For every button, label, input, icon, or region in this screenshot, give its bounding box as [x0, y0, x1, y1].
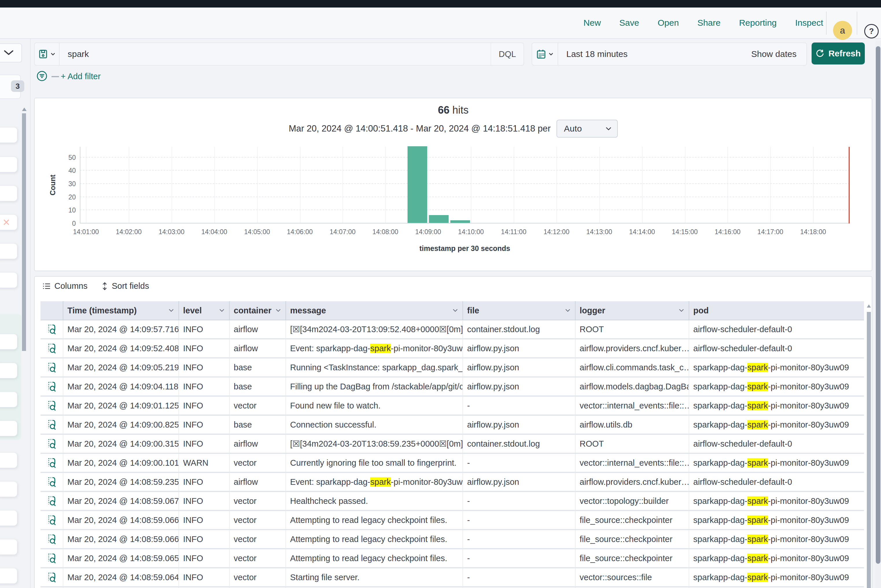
column-header-pod[interactable]: pod [689, 301, 864, 320]
table-row[interactable]: Mar 20, 2024 @ 14:09:00.825INFObaseConne… [41, 416, 864, 435]
chevron-down-icon[interactable] [453, 309, 458, 312]
cell-message: [☒[34m2024-03-20T13:08:59.235+0000☒[0m] … [286, 435, 463, 453]
table-scrollbar[interactable] [867, 312, 871, 588]
field-card[interactable] [0, 510, 17, 526]
expand-document-button[interactable] [46, 438, 57, 450]
column-header-message[interactable]: message [286, 301, 463, 320]
quick-select-menu[interactable] [532, 43, 558, 65]
top-nav: NewSaveOpenShareReportingInspect [583, 8, 823, 38]
search-input[interactable]: spark [68, 49, 490, 59]
sidebar-scrollbar[interactable] [22, 113, 26, 351]
field-card[interactable] [0, 127, 17, 143]
histogram-bar[interactable] [450, 220, 470, 223]
avatar[interactable]: a [833, 21, 852, 40]
columns-icon [43, 283, 50, 290]
field-card[interactable] [0, 186, 17, 201]
table-row[interactable]: Mar 20, 2024 @ 14:08:59.066INFOvectorAtt… [41, 511, 864, 530]
nav-link-new[interactable]: New [583, 18, 601, 28]
expand-document-button[interactable] [46, 381, 57, 392]
page-scrollbar[interactable] [876, 46, 880, 564]
column-header-level[interactable]: level [179, 301, 229, 320]
column-header-logger[interactable]: logger [575, 301, 689, 320]
sidebar-collapse-button[interactable] [0, 44, 22, 63]
table-row[interactable]: Mar 20, 2024 @ 14:09:01.125INFOvectorFou… [41, 397, 864, 416]
nav-link-share[interactable]: Share [698, 18, 720, 28]
column-header-file[interactable]: file [463, 301, 575, 320]
expand-document-button[interactable] [46, 343, 57, 354]
column-header-container[interactable]: container [229, 301, 286, 320]
table-row[interactable]: Mar 20, 2024 @ 14:09:57.716INFOairflow[☒… [41, 320, 864, 339]
histogram-bar[interactable] [429, 215, 449, 223]
x-tick-label: 14:12:00 [543, 228, 570, 236]
table-row[interactable]: Mar 20, 2024 @ 14:08:59.064INFOvectorSta… [41, 568, 864, 587]
chevron-down-icon[interactable] [565, 309, 570, 312]
table-row[interactable]: Mar 20, 2024 @ 14:09:00.315INFOairflow[☒… [41, 435, 864, 454]
field-card[interactable] [0, 482, 17, 497]
histogram-plot[interactable]: 14:01:0014:02:0014:03:0014:04:0014:05:00… [80, 147, 850, 224]
expand-document-button[interactable] [46, 495, 57, 507]
expand-document-button[interactable] [46, 362, 57, 373]
x-tick-label: 14:13:00 [586, 228, 612, 236]
field-card[interactable]: × [0, 214, 17, 230]
field-card[interactable] [0, 539, 17, 555]
expand-document-button[interactable] [46, 324, 57, 335]
help-icon[interactable]: ? [864, 24, 879, 39]
field-card[interactable] [0, 334, 17, 350]
show-dates-button[interactable]: Show dates [751, 49, 806, 59]
add-filter-button[interactable]: + Add filter [61, 72, 101, 81]
time-range-value[interactable]: Last 18 minutes [566, 49, 751, 59]
nav-link-open[interactable]: Open [658, 18, 679, 28]
expand-document-button[interactable] [46, 533, 57, 545]
remove-field-icon[interactable]: × [3, 216, 10, 228]
table-row[interactable]: Mar 20, 2024 @ 14:09:52.408INFOairflowEv… [41, 339, 864, 358]
table-row[interactable]: Mar 20, 2024 @ 14:09:05.219INFObaseRunni… [41, 358, 864, 378]
nav-link-inspect[interactable]: Inspect [795, 18, 823, 28]
cell-pod: sparkapp-dag-spark-pi-monitor-80y3uw09 [689, 511, 864, 529]
field-card[interactable] [0, 452, 17, 468]
table-row[interactable]: Mar 20, 2024 @ 14:08:59.067INFOvectorHea… [41, 492, 864, 511]
refresh-button[interactable]: Refresh [812, 42, 865, 64]
expand-document-button[interactable] [46, 572, 57, 583]
cell-container: vector [229, 454, 286, 472]
field-card[interactable] [0, 363, 17, 378]
expand-document-button[interactable] [46, 419, 57, 430]
sort-fields-button[interactable]: Sort fields [102, 281, 149, 291]
chevron-down-icon[interactable] [276, 309, 281, 312]
column-header-label: level [183, 306, 202, 315]
nav-link-reporting[interactable]: Reporting [739, 18, 777, 28]
table-row[interactable]: Mar 20, 2024 @ 14:08:59.065INFOvectorAtt… [41, 549, 864, 568]
columns-button[interactable]: Columns [43, 281, 87, 291]
cell-file: airflow.py.json [463, 416, 575, 434]
table-row[interactable]: Mar 20, 2024 @ 14:09:00.101WARNvectorCur… [41, 454, 864, 473]
expand-document-button[interactable] [46, 457, 57, 469]
chevron-down-icon[interactable] [219, 309, 224, 312]
field-card[interactable] [0, 568, 17, 584]
field-card[interactable] [0, 157, 17, 172]
field-card[interactable] [0, 272, 17, 288]
field-card[interactable] [0, 421, 17, 436]
cell-message: [☒[34m2024-03-20T13:09:52.408+0000☒[0m] … [286, 320, 463, 338]
expand-document-button[interactable] [46, 476, 57, 488]
chevron-down-icon[interactable] [679, 309, 684, 312]
field-card[interactable] [0, 392, 17, 407]
expand-document-button[interactable] [46, 400, 57, 411]
nav-link-save[interactable]: Save [619, 18, 639, 28]
table-row[interactable]: Mar 20, 2024 @ 14:08:59.066INFOvectorAtt… [41, 530, 864, 549]
cell-level: INFO [179, 358, 229, 376]
filter-icon[interactable] [36, 70, 47, 82]
histogram-bar[interactable] [407, 146, 427, 223]
table-row[interactable]: Mar 20, 2024 @ 14:08:59.235INFOairflowEv… [41, 473, 864, 492]
table-scroll-up-arrow[interactable] [867, 304, 871, 308]
interval-select[interactable]: Auto [556, 120, 618, 138]
sidebar-scroll-up-arrow[interactable] [22, 108, 27, 111]
table-row[interactable]: Mar 20, 2024 @ 14:09:04.118INFObaseFilli… [41, 378, 864, 397]
field-card[interactable] [0, 243, 17, 259]
query-language-button[interactable]: DQL [490, 43, 523, 65]
expand-document-button[interactable] [46, 552, 57, 564]
chevron-down-icon[interactable] [168, 309, 174, 312]
expand-cell [41, 435, 63, 453]
saved-query-menu[interactable] [35, 43, 60, 65]
cell-file: - [463, 549, 575, 567]
expand-document-button[interactable] [46, 514, 57, 526]
column-header-time[interactable]: Time (timestamp) [63, 301, 179, 320]
